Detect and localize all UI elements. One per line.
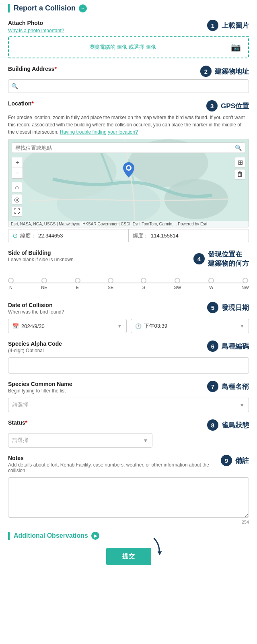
status-dropdown-arrow: ▼ (143, 438, 148, 444)
date-of-collision-label: Date of Collision (8, 302, 207, 308)
map-delete-btn[interactable]: 🗑 (235, 169, 245, 180)
species-alpha-code-input[interactable] (8, 357, 249, 374)
svg-point-3 (57, 179, 160, 227)
dir-N[interactable]: N (8, 278, 14, 290)
step2-circle: 2 (200, 66, 212, 77)
submit-row: 提交 (8, 548, 249, 565)
attach-photo-section: Attach Photo Why is a photo important? 1… (8, 20, 249, 58)
species-placeholder: 請選擇 (12, 401, 28, 409)
char-count: 254 (8, 520, 249, 524)
date-chevron: ▼ (117, 323, 122, 329)
status-label: Status* (8, 419, 207, 426)
location-section: Location* 3 GPS位置 For precise location, … (8, 100, 249, 242)
building-address-icon: 🔍 (11, 83, 18, 89)
step4-circle: 4 (193, 253, 205, 264)
photo-upload-text: 瀏覽電腦的 圖像 或選擇 圖像 (14, 43, 231, 51)
page-header: Report a Collision → (8, 4, 249, 12)
dir-E[interactable]: E (75, 278, 80, 290)
additional-obs-info-btn[interactable]: ▶ (91, 532, 99, 540)
page-title: Report a Collision (14, 4, 76, 12)
map-compass-btn[interactable]: ◎ (12, 194, 22, 204)
additional-observations-header: Additional Observations ▶ (8, 532, 249, 540)
location-trouble-link[interactable]: Having trouble finding your location? (60, 129, 138, 135)
map-fullscreen-btn[interactable]: ⛶ (12, 206, 22, 217)
side-of-building-sublabel: Leave blank if side is unknown. (8, 257, 193, 262)
building-address-input-wrapper: 🔍 (8, 79, 249, 93)
status-dropdown[interactable]: 請選擇 ▼ (8, 433, 152, 448)
map-zoom-in[interactable]: + (12, 157, 23, 168)
lat-value: 22.344653 (38, 233, 63, 239)
dir-NW-dot[interactable] (243, 278, 248, 283)
dir-S-dot[interactable] (141, 278, 146, 283)
step8-cn-label: 雀鳥狀態 (222, 421, 249, 430)
step5-circle: 5 (207, 302, 218, 313)
notes-textarea[interactable] (8, 477, 249, 518)
svg-point-6 (127, 166, 130, 169)
dir-SW-dot[interactable] (175, 278, 180, 283)
dir-NE-dot[interactable] (41, 278, 47, 283)
date-of-collision-sublabel: When was the bird found? (8, 309, 207, 315)
dir-E-dot[interactable] (75, 278, 80, 283)
camera-icon: 📷 (231, 42, 241, 52)
gps-icon: ⊙ (12, 232, 18, 239)
step7-cn-label: 鳥種名稱 (222, 382, 249, 391)
dir-SE-dot[interactable] (108, 278, 113, 283)
step6-circle: 6 (207, 341, 218, 352)
step2-cn-label: 建築物地址 (215, 67, 249, 76)
species-alpha-code-section: Species Alpha Code (4-digit) Optional 6 … (8, 341, 249, 374)
date-select[interactable]: 📅 2024/9/30 ▼ (8, 319, 127, 333)
dir-SW[interactable]: SW (174, 278, 181, 290)
lat-lon-row: ⊙ 緯度： 22.344653 經度： 114.155814 (8, 229, 249, 242)
step1-cn-label: 上載圖片 (222, 21, 249, 30)
side-of-building-label: Side of Building (8, 250, 193, 256)
building-address-input[interactable] (8, 79, 249, 93)
dir-S[interactable]: S (141, 278, 146, 290)
building-address-section: Building Address* 2 建築物地址 🔍 (8, 66, 249, 93)
dir-NW[interactable]: NW (242, 278, 249, 290)
species-dropdown-arrow: ▼ (239, 402, 245, 408)
step1-circle: 1 (207, 20, 218, 31)
notes-sublabel: Add details about effort, Rehab Facility… (8, 462, 221, 473)
location-label: Location* (8, 100, 206, 107)
map-controls-right: ⊞ 🗑 (235, 157, 245, 180)
dir-NE[interactable]: NE (41, 278, 47, 290)
dir-N-dot[interactable] (8, 278, 14, 283)
step3-circle: 3 (206, 100, 218, 111)
species-common-name-dropdown[interactable]: 請選擇 ▼ (8, 398, 249, 412)
submit-button[interactable]: 提交 (106, 548, 151, 565)
map-marker[interactable] (123, 162, 134, 179)
date-value: 2024/9/30 (21, 323, 45, 329)
photo-importance-link[interactable]: Why is a photo important? (8, 28, 64, 33)
header-info-btn[interactable]: → (79, 4, 87, 12)
lat-label: 緯度： (20, 232, 36, 239)
map-layers-btn[interactable]: ⊞ (235, 157, 245, 167)
lon-label: 經度： (133, 232, 148, 239)
dir-W-dot[interactable] (208, 278, 214, 283)
map-home-btn[interactable]: ⌂ (12, 182, 22, 192)
species-alpha-code-sublabel: (4-digit) Optional (8, 348, 207, 353)
map-container[interactable]: 🔍 + − (8, 139, 249, 227)
step3-cn-label: GPS位置 (221, 101, 249, 111)
direction-slider-container: N NE E SE S (8, 270, 249, 295)
lat-cell: ⊙ 緯度： 22.344653 (8, 229, 129, 242)
notes-section: Notes Add details about effort, Rehab Fa… (8, 455, 249, 524)
direction-slider[interactable]: N NE E SE S (8, 274, 249, 291)
species-common-name-sublabel: Begin typing to filter the list (8, 388, 207, 394)
dir-W[interactable]: W (208, 278, 214, 290)
time-select[interactable]: 🕐 下午03:39 ▼ (131, 319, 249, 333)
map-search-input[interactable] (15, 145, 233, 151)
step9-cn-label: 備註 (235, 456, 249, 465)
step4-cn-label: 發現位置在 建築物的何方 (208, 250, 249, 268)
lon-cell: 經度： 114.155814 (129, 230, 249, 242)
map-zoom-out[interactable]: − (12, 168, 23, 178)
step6-cn-label: 鳥種編碼 (222, 342, 249, 351)
species-common-name-label: Species Common Name (8, 381, 207, 387)
date-time-row: 📅 2024/9/30 ▼ 🕐 下午03:39 ▼ (8, 319, 249, 333)
dir-SE[interactable]: SE (108, 278, 114, 290)
map-search-icon: 🔍 (235, 144, 242, 151)
step8-circle: 8 (207, 419, 218, 431)
photo-upload-box[interactable]: 瀏覽電腦的 圖像 或選擇 圖像 📷 (8, 36, 249, 58)
map-attribution: Esri, NASA, NGA, USGS | Mapwithyou, HKSA… (8, 221, 249, 227)
step5-cn-label: 發現日期 (222, 303, 249, 312)
building-address-label: Building Address* (8, 66, 200, 72)
